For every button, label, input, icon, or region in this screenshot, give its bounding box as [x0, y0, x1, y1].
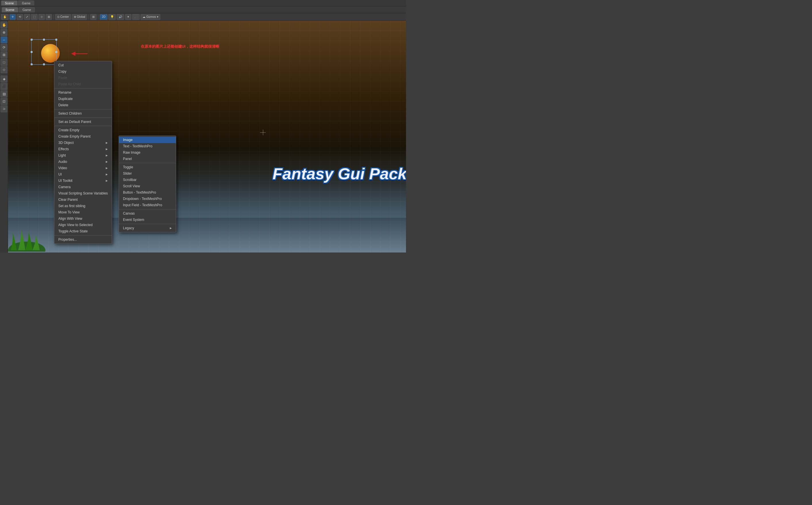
handle-ml — [31, 51, 32, 53]
ctx-align-view-to-selected[interactable]: Align View to Selected — [54, 222, 112, 228]
handle-tl — [31, 39, 32, 40]
ctx-select-children[interactable]: Select Children — [54, 110, 112, 117]
ctx-rename[interactable]: Rename — [54, 89, 112, 96]
ctx-3d-object[interactable]: 3D Object ▶ — [54, 140, 112, 146]
ctx-ui-slider[interactable]: Slider — [119, 170, 176, 177]
ctx-camera[interactable]: Camera — [54, 184, 112, 190]
tool-hand[interactable]: ✋ — [1, 14, 9, 20]
fantasy-title: Fantasy Gui Pack — [273, 164, 406, 183]
btn-gizmos[interactable]: ☁ Gizmos ▾ — [141, 14, 160, 20]
tool-sidebar-scale[interactable]: ⊞ — [1, 51, 7, 58]
ctx-vs-scene-vars[interactable]: Visual Scripting Scene Variables — [54, 190, 112, 196]
arrow-audio: ▶ — [106, 160, 108, 163]
tool-sidebar-rot[interactable]: ⟳ — [1, 44, 7, 51]
main-tabs-bar: Scene Game Layers Default — [0, 0, 406, 6]
tool-sidebar-move[interactable]: ⊕ — [1, 29, 7, 36]
ctx-first-sibling[interactable]: Set as first sibling — [54, 203, 112, 209]
ctx-align-with-view[interactable]: Align With View — [54, 215, 112, 222]
ctx-ui-raw-image[interactable]: Raw Image — [119, 149, 176, 156]
tool-rect[interactable]: ⬚ — [31, 14, 38, 20]
vp-tab-game[interactable]: Game — [19, 7, 35, 12]
arrow-legacy: ▶ — [170, 227, 172, 229]
ctx-ui-legacy[interactable]: Legacy ▶ — [119, 225, 176, 231]
btn-fx[interactable]: ✦ — [125, 14, 131, 20]
ctx-ui-input-field[interactable]: Input Field - TextMeshPro — [119, 202, 176, 208]
ctx-duplicate[interactable]: Duplicate — [54, 96, 112, 102]
tool-sidebar-extra5[interactable]: ⊃ — [1, 106, 7, 112]
svg-point-1 — [8, 241, 45, 251]
tool-scale[interactable]: ⤢ — [24, 14, 30, 20]
ctx-sep3 — [54, 118, 112, 118]
btn-2d[interactable]: 2D — [100, 14, 108, 20]
tool-custom[interactable]: ⊞ — [46, 14, 52, 20]
ctx-ui[interactable]: UI ▶ — [54, 171, 112, 178]
ctx-clear-parent[interactable]: Clear Parent — [54, 196, 112, 203]
ctx-paste[interactable]: Paste — [54, 75, 112, 81]
snap-toggle[interactable]: ⊞ — [90, 14, 97, 20]
btn-audio[interactable]: 🔊 — [117, 14, 124, 20]
ctx-effects[interactable]: Effects ▶ — [54, 146, 112, 152]
viewport-overlay: Cut Copy Paste Paste As Child Rename Dup… — [8, 21, 406, 252]
viewport-area: Scene Game ▶ ⏸ ⏭ ✋ ✛ ⟲ ⤢ ⬚ ⊹ ⊞ ⊙ Center … — [0, 6, 406, 252]
viewport-content: ✋ ⊕ ↔ ⟳ ⊞ □ ⊹ ◈ ⬛ ▤ ⊡ ⊃ — [0, 21, 406, 252]
content-area: Scene Game ▶ ⏸ ⏭ ✋ ✛ ⟲ ⤢ ⬚ ⊹ ⊞ ⊙ Center … — [0, 6, 406, 252]
context-menu-ui[interactable]: Image Text - TextMeshPro Raw Image Panel… — [119, 136, 176, 232]
ctx-sep5 — [54, 235, 112, 235]
ctx-properties[interactable]: Properties... — [54, 236, 112, 243]
global-toggle[interactable]: ⊕ Global — [72, 14, 88, 20]
ctx-light[interactable]: Light ▶ — [54, 152, 112, 159]
ctx-ui-event-system[interactable]: Event System — [119, 216, 176, 223]
handle-bl — [31, 63, 32, 65]
arrow-3d: ▶ — [106, 141, 108, 144]
ctx-ui-dropdown[interactable]: Dropdown - TextMeshPro — [119, 196, 176, 202]
crosshair — [260, 130, 266, 135]
tool-sidebar-extra4[interactable]: ⊡ — [1, 98, 7, 105]
tab-game[interactable]: Game — [18, 1, 34, 5]
tab-scene[interactable]: Scene — [1, 1, 17, 5]
btn-light[interactable]: 💡 — [108, 14, 116, 20]
tool-sidebar-extra3[interactable]: ▤ — [1, 91, 7, 98]
tool-sidebar-extra2[interactable]: ⬛ — [1, 83, 7, 90]
ctx-ui-toolkit[interactable]: UI Toolkit ▶ — [54, 178, 112, 184]
tool-sidebar-active[interactable]: ↔ — [1, 36, 7, 43]
sep1 — [53, 14, 54, 19]
ctx-set-default-parent[interactable]: Set as Default Parent — [54, 119, 112, 125]
ctx-ui-textmeshpro[interactable]: Text - TextMeshPro — [119, 143, 176, 149]
ctx-ui-canvas[interactable]: Canvas — [119, 210, 176, 216]
pivot-toggle[interactable]: ⊙ Center — [55, 14, 71, 20]
ctx-audio[interactable]: Audio ▶ — [54, 159, 112, 165]
ctx-move-to-view[interactable]: Move To View — [54, 209, 112, 215]
ctx-ui-scrollbar[interactable]: Scrollbar — [119, 177, 176, 183]
ctx-cut[interactable]: Cut — [54, 62, 112, 68]
vp-toolbar: ✋ ✛ ⟲ ⤢ ⬚ ⊹ ⊞ ⊙ Center ⊕ Global ⊞ 2D 💡 🔊… — [0, 13, 406, 21]
ctx-delete[interactable]: Delete — [54, 102, 112, 108]
tool-sidebar-tf[interactable]: ⊹ — [1, 66, 7, 73]
ctx-ui-scroll-view[interactable]: Scroll View — [119, 183, 176, 189]
ctx-toggle-active[interactable]: Toggle Active State — [54, 228, 112, 234]
vp-tab-scene[interactable]: Scene — [2, 7, 18, 12]
tool-sidebar-extra1[interactable]: ◈ — [1, 75, 7, 82]
tool-transform[interactable]: ⊹ — [38, 14, 45, 20]
tool-rotate[interactable]: ⟲ — [17, 14, 23, 20]
btn-camera[interactable]: 🎥 — [132, 14, 140, 20]
ctx-sep1 — [54, 88, 112, 89]
ctx-ui-panel[interactable]: Panel — [119, 156, 176, 162]
orange-ball — [41, 44, 60, 62]
red-arrow-left — [71, 51, 88, 57]
ctx-ui-button[interactable]: Button - TextMeshPro — [119, 189, 176, 196]
tools-sidebar: ✋ ⊕ ↔ ⟳ ⊞ □ ⊹ ◈ ⬛ ▤ ⊡ ⊃ — [0, 21, 8, 252]
ctx-ui-toggle[interactable]: Toggle — [119, 164, 176, 170]
ctx-paste-child[interactable]: Paste As Child — [54, 81, 112, 87]
tool-move[interactable]: ✛ — [9, 14, 16, 20]
tool-sidebar-hand[interactable]: ✋ — [1, 22, 7, 28]
ctx-create-empty[interactable]: Create Empty — [54, 127, 112, 133]
ctx-ui-image[interactable]: Image — [119, 137, 176, 143]
arrow-ui-toolkit: ▶ — [106, 179, 108, 182]
context-menu-primary[interactable]: Cut Copy Paste Paste As Child Rename Dup… — [54, 61, 112, 244]
ctx-video[interactable]: Video ▶ — [54, 165, 112, 171]
ctx-copy[interactable]: Copy — [54, 68, 112, 75]
tool-sidebar-rect[interactable]: □ — [1, 59, 7, 66]
ctx-create-empty-parent[interactable]: Create Empty Parent — [54, 133, 112, 140]
grass-bottom-left — [8, 226, 45, 252]
handle-tc — [43, 39, 45, 40]
